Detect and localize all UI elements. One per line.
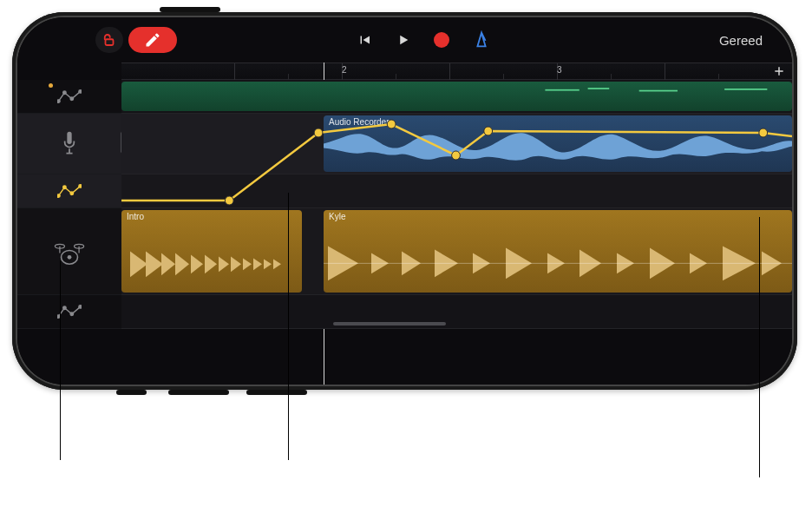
svg-marker-32 [264,259,272,269]
track-headers [17,80,121,329]
svg-marker-31 [253,258,262,270]
ruler-tick [449,63,450,81]
svg-marker-27 [205,254,217,273]
ruler-tick [665,63,665,81]
play-icon [396,32,411,48]
svg-marker-26 [191,254,203,273]
edit-button[interactable] [128,27,177,53]
svg-rect-0 [106,39,114,45]
ruler[interactable]: 2 3 [121,62,792,80]
side-button [116,390,147,395]
automation-icon [57,88,82,105]
track-lane[interactable]: Intro [121,208,792,295]
svg-point-15 [63,306,67,310]
svg-point-6 [57,194,60,198]
svg-rect-5 [67,131,71,143]
automation-icon [57,182,82,200]
drum-hits [324,210,792,293]
done-label: Gereed [719,33,763,48]
track-automation-toggle-active[interactable] [17,174,121,208]
svg-rect-21 [724,89,767,90]
device-frame: Gereed 2 3 [12,12,797,390]
ruler-label: 2 [342,65,347,75]
svg-marker-30 [243,258,252,270]
callout-line [288,193,289,460]
svg-point-4 [79,90,82,94]
transport [356,23,491,57]
lock-open-icon [102,32,117,48]
svg-marker-25 [175,253,189,275]
svg-point-16 [70,312,74,316]
svg-rect-18 [545,89,579,91]
svg-marker-29 [231,256,241,272]
midi-region[interactable] [121,82,792,111]
svg-marker-28 [219,256,229,272]
toolbar: Gereed [95,23,766,57]
callout-line [60,260,61,460]
automation-lane[interactable] [121,295,792,329]
drum-hits [121,210,302,293]
drum-region[interactable]: Kyle [324,210,792,293]
screen: Gereed 2 3 [17,17,792,385]
svg-point-3 [70,97,74,101]
drum-region[interactable]: Intro [121,210,302,293]
svg-rect-19 [588,88,610,89]
ruler-tick [234,63,235,81]
track-lane-selected[interactable]: Audio Recorder [121,114,792,174]
callout-line [759,217,760,477]
track-header-audio[interactable] [17,114,121,174]
lock-button[interactable] [95,27,123,53]
svg-point-17 [79,306,82,309]
track-indicator [49,83,53,88]
audio-region[interactable]: Audio Recorder [324,115,792,172]
skip-back-button[interactable] [356,32,373,48]
metronome-icon [472,30,491,49]
svg-point-11 [68,254,72,259]
skip-back-icon [356,32,373,48]
svg-point-2 [63,91,67,95]
add-track-button[interactable] [769,62,789,80]
svg-marker-33 [273,259,281,269]
done-button[interactable]: Gereed [719,23,763,57]
automation-icon [57,303,82,320]
side-button [168,390,229,395]
mic-icon [60,130,79,158]
ruler-label: 3 [557,65,562,75]
svg-rect-20 [639,90,678,92]
metronome-button[interactable] [472,30,491,49]
svg-marker-22 [130,252,147,278]
svg-marker-23 [146,252,163,278]
scroll-thumb[interactable] [333,322,446,326]
svg-marker-24 [161,253,175,275]
svg-point-9 [79,185,82,188]
track-header-drums[interactable] [17,208,121,295]
track-lanes: Audio Recorder Intro [121,80,792,385]
record-button[interactable] [434,32,449,48]
drumkit-icon [53,238,86,266]
pencil-icon [144,31,161,49]
svg-point-7 [63,186,67,189]
plus-icon [773,65,785,77]
play-button[interactable] [396,32,411,48]
svg-point-1 [57,100,60,103]
side-button [246,390,307,395]
waveform [324,115,792,172]
track-lane[interactable] [121,80,792,114]
automation-lane[interactable] [121,174,792,208]
svg-point-8 [70,192,74,195]
track-automation-toggle[interactable] [17,295,121,329]
track-automation-toggle[interactable] [17,80,121,114]
side-button [160,7,220,12]
midi-notes [127,83,787,109]
